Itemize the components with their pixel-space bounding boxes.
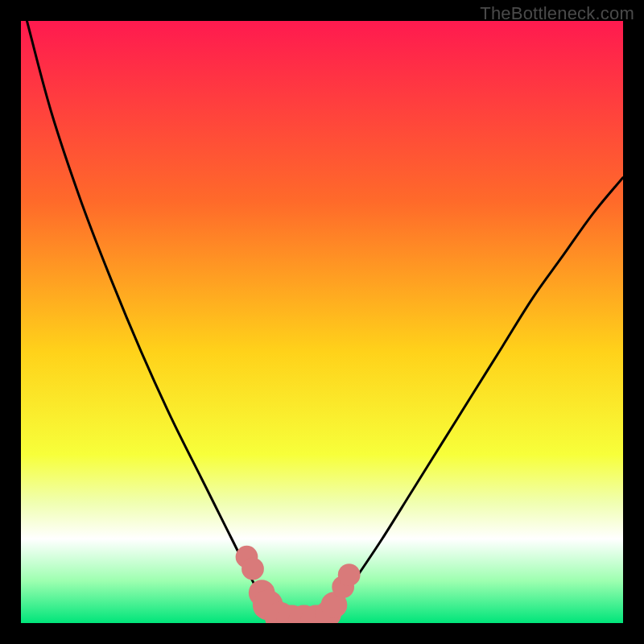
data-marker [338, 564, 361, 586]
data-marker [242, 558, 264, 580]
plot-area [21, 21, 623, 623]
gradient-background [21, 21, 623, 623]
watermark-text: TheBottleneck.com [480, 3, 634, 24]
bottleneck-chart [21, 21, 623, 623]
chart-frame: TheBottleneck.com [0, 0, 644, 644]
